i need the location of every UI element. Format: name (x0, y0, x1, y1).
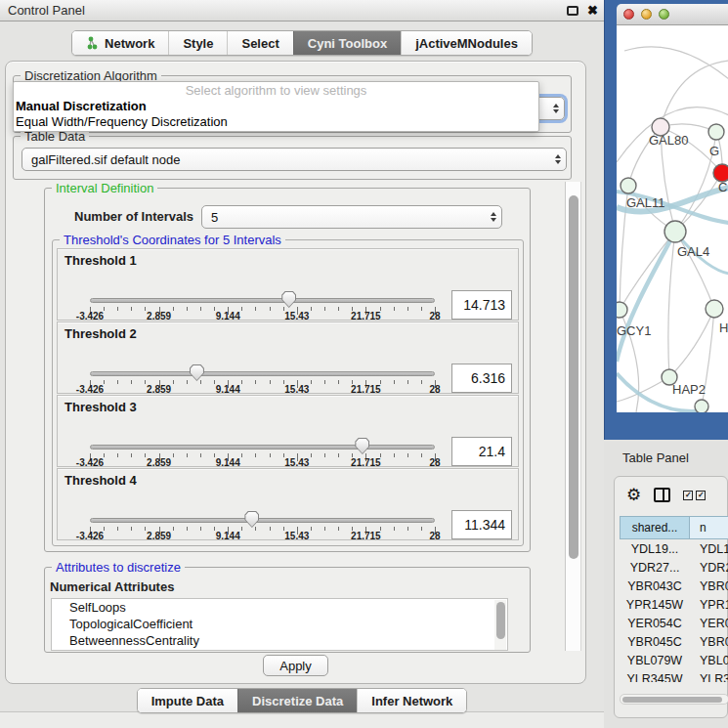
network-edge (668, 232, 675, 377)
split-view-icon[interactable] (654, 488, 670, 502)
slider-tick (241, 453, 242, 457)
bottom-tab-bar: Impute Data Discretize Data Infer Networ… (0, 688, 604, 713)
slider-tick-label: 2.859 (147, 384, 171, 395)
network-node-node-bottom[interactable] (695, 400, 708, 412)
settings-scrollbar-thumb[interactable] (569, 195, 578, 559)
slider-tick (407, 453, 408, 457)
tab-cyni-toolbox[interactable]: Cyni Toolbox (293, 31, 401, 55)
attribute-list-item[interactable]: SelfLoops (52, 599, 507, 616)
network-node-label: GAL4 (677, 244, 709, 259)
column-header-name[interactable]: n (690, 516, 728, 539)
table-row[interactable]: YPR145WYPR1 (620, 595, 728, 614)
threshold-value-field[interactable]: 6.316 (451, 364, 512, 393)
tab-impute-data[interactable]: Impute Data (138, 689, 237, 712)
slider-track[interactable] (90, 371, 435, 376)
table-horizontal-scrollbar[interactable] (620, 694, 728, 705)
tab-select[interactable]: Select (227, 31, 292, 55)
number-of-intervals-combobox[interactable]: 5 (201, 205, 502, 229)
slider-tick (394, 307, 395, 311)
attributes-scrollbar-thumb[interactable] (496, 602, 505, 639)
slider-tick (394, 380, 395, 384)
threshold-value-field[interactable]: 21.4 (451, 437, 512, 466)
table-hscrollbar-thumb[interactable] (622, 697, 722, 703)
slider-tick (131, 307, 132, 311)
slider-track[interactable] (90, 445, 435, 450)
gear-icon[interactable]: ⚙ (626, 487, 641, 503)
cell-shared-name: YER054C (620, 617, 690, 630)
attribute-list-item[interactable]: BetweennessCentrality (52, 632, 507, 649)
column-header-shared-name[interactable]: shared... (620, 516, 690, 539)
minimize-traffic-light-icon[interactable] (641, 9, 652, 20)
cell-name: YLR3 (690, 672, 728, 683)
apply-button[interactable]: Apply (263, 655, 328, 676)
slider-tick (187, 307, 188, 311)
close-traffic-light-icon[interactable] (623, 9, 634, 20)
attributes-scrollbar[interactable] (494, 600, 506, 651)
table-row[interactable]: YBR045CYBR0 (620, 632, 728, 651)
table-data-combobox[interactable]: galFiltered.sif default node (21, 148, 567, 171)
slider-thumb[interactable] (190, 364, 204, 381)
checkbox-checked-icon[interactable]: ✓ (683, 491, 693, 500)
tab-network[interactable]: Network (72, 31, 168, 55)
algorithm-option-manual[interactable]: Manual Discretization (14, 99, 538, 114)
slider-tick-label: 2.859 (147, 531, 171, 541)
slider-track[interactable] (90, 298, 435, 303)
tab-style[interactable]: Style (168, 31, 227, 55)
close-icon[interactable]: ✖ (587, 3, 598, 18)
table-row[interactable]: YBL079WYBL0 (620, 651, 728, 669)
slider-tick (407, 380, 408, 384)
slider-tick (421, 307, 422, 311)
cell-name: YBL0 (690, 654, 728, 667)
cell-shared-name: YPR145W (620, 598, 690, 612)
slider-thumb[interactable] (355, 438, 369, 454)
table-row[interactable]: YDL19...YDL1 (620, 539, 728, 558)
slider-track[interactable] (90, 518, 435, 523)
slider-thumb[interactable] (244, 511, 259, 528)
slider-tick (200, 453, 201, 457)
slider-tick-label: 9.144 (216, 457, 240, 468)
table-panel: Table Panel ⚙ ✓ ✓ shared... n YDL19...YD… (604, 442, 728, 728)
network-window-titlebar (617, 4, 728, 25)
table-row[interactable]: YDR27...YDR2 (620, 558, 728, 577)
network-node-node-right-mid[interactable] (706, 300, 723, 318)
table-toolbar: ⚙ ✓ ✓ (626, 487, 706, 503)
slider-tick (173, 380, 174, 384)
slider-tick (270, 453, 271, 457)
table-row[interactable]: YBR043CYBR0 (620, 577, 728, 595)
combo-spinner-icon (547, 98, 564, 119)
network-node-label: HAP2 (672, 382, 706, 397)
attribute-list-item[interactable]: TopologicalCoefficient (52, 616, 507, 632)
settings-scrollbar[interactable] (565, 182, 581, 651)
checkbox-checked-icon[interactable]: ✓ (696, 491, 706, 500)
tab-impute-data-label: Impute Data (151, 694, 224, 708)
tab-infer-network-label: Infer Network (371, 694, 452, 708)
tab-discretize-data[interactable]: Discretize Data (237, 689, 357, 712)
numerical-attributes-list[interactable]: SelfLoopsTopologicalCoefficientBetweenne… (51, 598, 508, 651)
algorithm-option-equal-width[interactable]: Equal Width/Frequency Discretization (14, 114, 538, 130)
network-node-GCY1[interactable] (617, 302, 627, 318)
slider-tick (421, 380, 422, 384)
network-node-label: H (719, 321, 728, 335)
tab-infer-network[interactable]: Infer Network (357, 689, 466, 712)
threshold-value-field[interactable]: 14.713 (451, 290, 512, 320)
zoom-traffic-light-icon[interactable] (659, 9, 669, 20)
tab-jactivemnodules[interactable]: jActiveMNodules (401, 31, 532, 55)
network-edge-thick (617, 232, 675, 362)
control-panel-window: Control Panel ✖ Network Style Select Cyn… (0, 0, 604, 728)
slider-tick-label: 21.715 (351, 531, 381, 541)
slider-tick-label: 21.715 (351, 457, 381, 468)
slider-tick (311, 307, 312, 311)
network-node-GAL4[interactable] (664, 221, 686, 242)
slider-tick-label: 15.43 (284, 384, 309, 395)
slider-tick (324, 380, 325, 384)
network-node-GAL11[interactable] (621, 178, 636, 193)
slider-thumb[interactable] (281, 291, 296, 308)
network-node-node-top-right[interactable] (708, 124, 724, 140)
network-canvas[interactable]: GAL80GCGAL11GAL4GCY1HHAP2 (617, 25, 728, 412)
threshold-value-field[interactable]: 11.344 (451, 510, 512, 539)
float-window-icon[interactable] (567, 6, 578, 16)
thresholds-group: Threshold's Coordinates for 5 Intervals … (52, 239, 524, 546)
slider-tick (324, 527, 325, 531)
table-row[interactable]: YLR345WYLR3 (620, 669, 728, 682)
table-row[interactable]: YER054CYER0 (620, 614, 728, 632)
